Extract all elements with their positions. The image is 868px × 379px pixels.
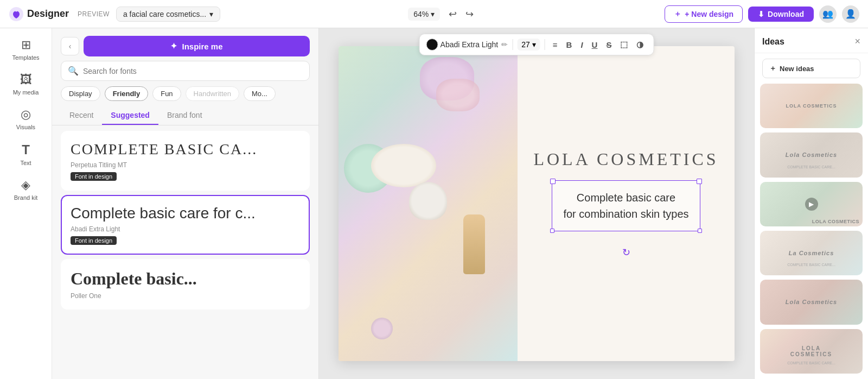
idea-card-6[interactable]: LOLACOSMETICS COMPLETE BASIC CARE... <box>760 329 863 374</box>
cosm-jar <box>409 182 447 220</box>
sidebar-item-visuals[interactable]: ◎ Visuals <box>4 102 48 136</box>
app-name: Designer <box>27 8 69 20</box>
new-ideas-button[interactable]: ＋ New ideas <box>762 59 860 78</box>
user-avatar[interactable]: 👤 <box>842 5 859 23</box>
main-area: ⊞ Templates 🖼 My media ◎ Visuals T Text … <box>0 28 868 379</box>
italic-button[interactable]: I <box>577 38 586 52</box>
contrast-button[interactable]: ◑ <box>633 37 647 52</box>
text-label: Text <box>20 160 31 166</box>
ideas-close-button[interactable]: × <box>854 36 860 47</box>
templates-label: Templates <box>12 54 39 61</box>
idea-card-3[interactable]: ▶ LOLA COSMETICS <box>760 182 863 226</box>
logo-icon <box>9 7 24 22</box>
new-design-icon: ＋ <box>674 9 681 19</box>
new-design-button[interactable]: ＋ + New design <box>665 5 743 23</box>
rotate-handle[interactable]: ↻ <box>622 247 630 258</box>
undo-button[interactable]: ↩ <box>445 5 460 23</box>
inspire-me-button[interactable]: ✦ Inspire me <box>84 36 310 56</box>
font-in-design-badge-1: Font in design <box>71 236 117 245</box>
idea-brand-6: LOLACOSMETICS <box>790 345 832 357</box>
visuals-icon: ◎ <box>21 108 31 122</box>
strikethrough-button[interactable]: S <box>603 38 615 52</box>
filter-display[interactable]: Display <box>61 86 100 101</box>
ideas-panel: Ideas × ＋ New ideas LOLA COSMETICS Lola … <box>754 28 868 379</box>
templates-icon: ⊞ <box>21 38 31 52</box>
font-panel: ‹ ✦ Inspire me 🔍 Display Friendly Fun Ha… <box>52 28 319 379</box>
topbar-right: ＋ + New design ⬇ Download 👥 👤 <box>665 5 859 23</box>
font-size-value: 27 <box>521 40 530 49</box>
doc-name-text: a facial care cosmetics... <box>123 10 206 18</box>
doc-name-button[interactable]: a facial care cosmetics... ▾ <box>116 7 220 22</box>
resize-handle-bl[interactable] <box>550 229 554 233</box>
resize-handle-br[interactable] <box>698 229 702 233</box>
visuals-label: Visuals <box>16 124 35 130</box>
ideas-title: Ideas <box>762 37 784 47</box>
app-logo: Designer <box>9 7 69 22</box>
underline-button[interactable]: U <box>589 38 601 52</box>
brand-kit-label: Brand kit <box>14 194 37 201</box>
idea-sub-2: COMPLETE BASIC CARE... <box>764 165 858 169</box>
font-name-perpetua: Perpetua Titling MT <box>71 161 300 169</box>
idea-sub-4: COMPLETE BASIC CARE... <box>764 263 858 267</box>
bold-button[interactable]: B <box>563 38 576 52</box>
tab-suggested[interactable]: Suggested <box>102 106 158 125</box>
font-card-perpetua[interactable]: COMPLETE BASIC CA... Perpetua Titling MT… <box>61 131 310 191</box>
new-ideas-plus: ＋ <box>769 64 776 73</box>
sidebar-item-brand-kit[interactable]: ◈ Brand kit <box>4 173 48 206</box>
font-panel-back[interactable]: ‹ <box>61 37 79 55</box>
filter-more[interactable]: Mo... <box>244 86 276 101</box>
redo-button[interactable]: ↪ <box>462 5 477 23</box>
font-preview-abadi: Complete basic care for c... <box>71 205 300 222</box>
idea-brand-1: LOLA COSMETICS <box>786 103 837 109</box>
text-box-selected[interactable]: Complete basic care for combination skin… <box>552 180 700 231</box>
download-button[interactable]: ⬇ Download <box>748 7 814 22</box>
font-name-selector[interactable]: Abadi Extra Light ✏ <box>441 40 508 49</box>
font-in-design-badge-0: Font in design <box>71 172 117 181</box>
share-button[interactable]: 👥 <box>819 5 837 23</box>
text-color-picker[interactable] <box>426 39 438 50</box>
tab-recent[interactable]: Recent <box>61 106 102 125</box>
spacing-button[interactable]: ⬚ <box>617 37 631 52</box>
align-button[interactable]: ≡ <box>550 38 561 52</box>
text-icon: T <box>22 142 30 157</box>
inspire-icon: ✦ <box>170 41 177 51</box>
font-card-poller[interactable]: Complete basic... Poller One <box>61 259 310 309</box>
my-media-label: My media <box>13 89 39 96</box>
font-name-label: Abadi Extra Light <box>441 40 499 49</box>
sidebar-item-text[interactable]: T Text <box>4 137 48 172</box>
topbar: Designer PREVIEW a facial care cosmetics… <box>0 0 868 28</box>
cosm-bottle <box>463 214 485 274</box>
doc-name-chevron: ▾ <box>209 10 213 18</box>
font-search-input[interactable] <box>83 67 303 75</box>
filter-fun[interactable]: Fun <box>152 86 181 101</box>
text-content[interactable]: Complete basic care for combination skin… <box>563 190 688 222</box>
play-icon[interactable]: ▶ <box>805 198 818 211</box>
canvas-area: Abadi Extra Light ✏ 27 ▾ ≡ B I U S ⬚ ◑ <box>319 28 754 379</box>
canvas-image <box>339 46 518 361</box>
format-toolbar: Abadi Extra Light ✏ 27 ▾ ≡ B I U S ⬚ ◑ <box>419 34 654 55</box>
font-name-abadi: Abadi Extra Light <box>71 225 300 233</box>
zoom-control[interactable]: 64% ▾ <box>408 8 440 21</box>
design-canvas: LOLA COSMETICS Complete basic care for c… <box>339 46 735 361</box>
idea-card-5[interactable]: Lola Cosmetics <box>760 280 863 324</box>
idea-card-1[interactable]: LOLA COSMETICS <box>760 84 863 128</box>
font-card-abadi[interactable]: Complete basic care for c... Abadi Extra… <box>61 195 310 255</box>
cosm-bowl <box>371 144 436 187</box>
brand-title[interactable]: LOLA COSMETICS <box>533 149 718 169</box>
font-edit-icon: ✏ <box>501 40 508 49</box>
font-size-selector[interactable]: 27 ▾ <box>517 39 540 50</box>
filter-handwritten[interactable]: Handwritten <box>186 86 239 101</box>
brand-kit-icon: ◈ <box>21 178 30 192</box>
font-filters: Display Friendly Fun Handwritten Mo... <box>52 86 318 106</box>
idea-label-3: LOLA COSMETICS <box>812 219 859 224</box>
sidebar-item-templates[interactable]: ⊞ Templates <box>4 33 48 66</box>
ideas-header: Ideas × <box>755 28 868 53</box>
filter-friendly[interactable]: Friendly <box>105 86 149 101</box>
tab-brand-font[interactable]: Brand font <box>158 106 211 125</box>
sidebar-item-my-media[interactable]: 🖼 My media <box>4 67 48 101</box>
new-ideas-label: New ideas <box>780 65 814 73</box>
idea-card-4[interactable]: La Cosmetics COMPLETE BASIC CARE... <box>760 231 863 275</box>
inspire-label: Inspire me <box>182 42 222 51</box>
search-icon: 🔍 <box>68 66 79 76</box>
idea-card-2[interactable]: Lola Cosmetics COMPLETE BASIC CARE... <box>760 132 863 177</box>
